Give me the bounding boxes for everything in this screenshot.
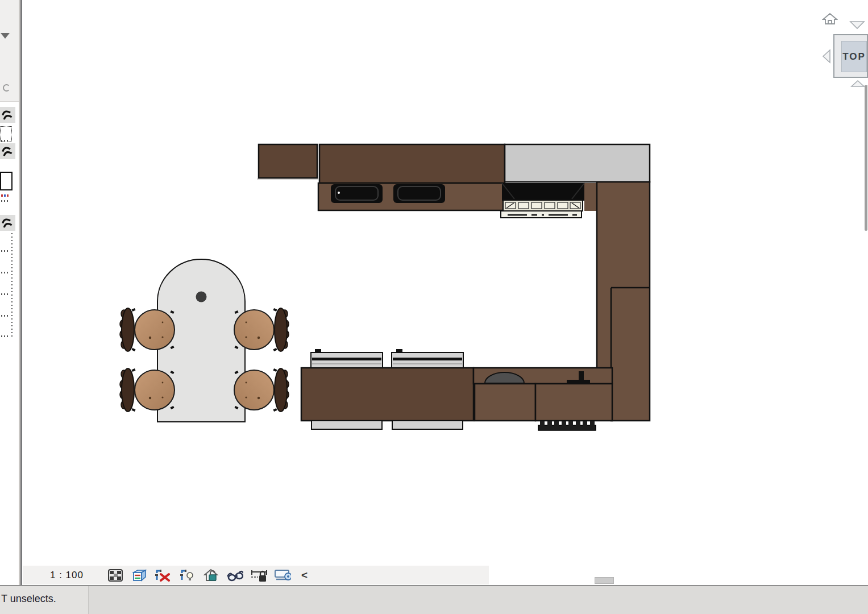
dotted-mark (1, 250, 10, 252)
clipped-label-glyph (3, 84, 10, 92)
dotted-mark (1, 200, 10, 202)
viewcube-face[interactable]: TOP (833, 34, 868, 78)
detail-level-icon[interactable] (107, 567, 124, 583)
rotate-left-arrow-icon[interactable] (822, 49, 831, 64)
dining-chair[interactable] (234, 308, 289, 351)
left-panel-strip (0, 0, 23, 586)
glasses-icon[interactable] (226, 567, 243, 583)
visual-style-icon[interactable] (131, 567, 148, 583)
home-icon[interactable] (822, 13, 838, 25)
vertical-scrollbar-thumb[interactable] (865, 85, 867, 231)
revit-floor-plan-window: { "viewcube": { "face": "TOP" }, "view_c… (0, 0, 868, 614)
range-open[interactable] (501, 183, 584, 218)
collapse-chevron[interactable]: < (301, 569, 308, 582)
list-item[interactable] (0, 107, 15, 123)
viewcube-face-label[interactable]: TOP (841, 41, 867, 72)
rotate-up-arrow-icon[interactable] (850, 80, 865, 88)
chevron-down-icon[interactable] (1, 33, 10, 39)
rotate-down-arrow-icon[interactable] (849, 20, 865, 30)
plan-canvas[interactable] (0, 0, 868, 586)
dotted-mark (1, 335, 10, 337)
dimension-lock-icon[interactable] (250, 567, 267, 583)
peninsula-counter[interactable] (301, 368, 612, 421)
dotted-mark (1, 293, 10, 295)
show-crop-region-icon[interactable] (178, 567, 196, 583)
viewcube[interactable]: TOP (819, 6, 868, 97)
vent-grill[interactable] (538, 421, 596, 430)
dining-chair[interactable] (234, 368, 289, 412)
list-item[interactable] (0, 143, 15, 159)
status-message: T unselects. (1, 593, 56, 605)
refrigerator-top[interactable] (505, 144, 650, 182)
dining-chair[interactable] (120, 308, 175, 351)
house-lock-icon[interactable] (202, 567, 219, 583)
color-dots-mark (1, 194, 10, 197)
view-control-bar: 1 : 100 (23, 566, 489, 584)
monitor-badge-icon[interactable] (274, 567, 291, 583)
horizontal-scrollbar-thumb[interactable] (595, 577, 614, 584)
status-bar: T unselects. (0, 586, 868, 614)
panel-divider[interactable] (20, 0, 22, 586)
dotted-mark (1, 140, 10, 142)
dotted-mark (1, 315, 10, 317)
dashed-crop-edge (11, 233, 13, 337)
crop-view-off-icon[interactable] (155, 567, 172, 583)
scale-button[interactable]: 1 : 100 (50, 570, 107, 581)
dining-chair[interactable] (120, 368, 175, 412)
dotted-mark (1, 272, 10, 273)
list-item[interactable] (0, 215, 15, 231)
selected-list-item[interactable] (0, 172, 13, 190)
table-centerpiece (196, 292, 207, 302)
